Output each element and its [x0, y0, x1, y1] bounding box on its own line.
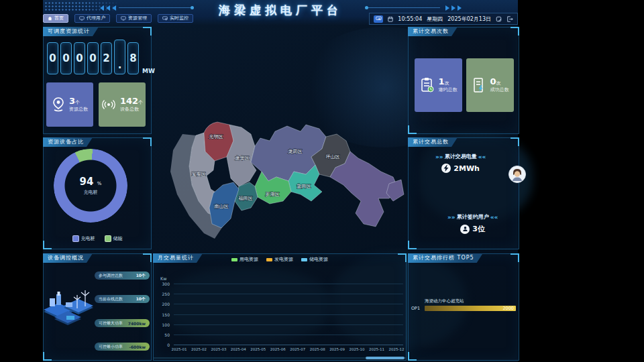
chart-scrollbar-thumb[interactable] — [366, 357, 405, 359]
legend-storage[interactable]: 储能 — [105, 235, 123, 242]
tab-realtime-monitor[interactable]: 实时监控 — [158, 14, 193, 23]
x-axis-line — [174, 345, 403, 345]
district-label: 坪山区 — [325, 154, 340, 160]
stat-pill-min-power: 可控最小功率 -600kw — [95, 343, 150, 351]
person-icon — [460, 225, 470, 234]
panel-trade-count: 累计交易次数 1次 邀约总数 0次 成功总数 — [408, 27, 519, 134]
left-chevron-decoration — [100, 5, 116, 11]
header-line-right — [366, 7, 440, 8]
home-icon — [48, 16, 52, 21]
page-title: 海梁虚拟电厂平台 — [219, 3, 342, 18]
screen-switch-icon[interactable] — [374, 15, 383, 23]
right-chevron-decoration — [445, 5, 462, 11]
device-total-card: 142个 设备总数 — [99, 82, 146, 127]
panel-device-ratio: 资源设备占比 94 % 充电桩 充电桩 储能 — [43, 137, 152, 249]
monitor-icon — [79, 16, 85, 21]
district-label: 盐田区 — [297, 184, 311, 189]
ranking-bar[interactable]: 2000 — [425, 306, 516, 311]
trade-energy-group: 累计交易电量 2MWh — [435, 153, 486, 173]
district-label: 光明区 — [209, 134, 223, 139]
signal-radar-icon — [101, 97, 116, 112]
station-name: 海梁动力中心超充站 — [425, 298, 516, 304]
district-label: 南山区 — [215, 204, 229, 209]
service-avatar[interactable] — [508, 166, 526, 183]
legend-storage[interactable]: 储电资源 — [301, 256, 328, 263]
panel-title: 可调度资源统计 — [43, 27, 99, 36]
monitor-icon — [121, 16, 126, 21]
donut-legend: 充电桩 储能 — [44, 235, 151, 242]
calendar-icon — [388, 16, 393, 22]
district-label: 龙华区 — [235, 156, 250, 161]
date-text: 2025年02月13日 — [447, 15, 491, 23]
tab-resource-mgmt[interactable]: 资源管理 — [116, 14, 152, 23]
panel-trade-total: 累计交易总数 累计交易电量 2MWh 累计签约用户 3位 — [408, 137, 519, 249]
panel-title: 累计交易总数 — [408, 137, 458, 147]
nav-tabs: 首页 代理用户 资源管理 实时监控 — [43, 14, 193, 23]
panel-ranking: 累计交易排行榜 TOP5 海梁动力中心超充站 OP1 2000 — [408, 253, 519, 361]
clock-strip: 10:55:04 星期四 2025年02月13日 — [369, 13, 518, 25]
stat-pill-online-total: 当前在线总数 10个 — [95, 295, 150, 303]
panel-title: 设备调控概况 — [43, 253, 93, 263]
y-axis-label: Kw — [160, 276, 167, 282]
panel-month-chart: 月交易量统计 用电资源 发电资源 储电资源 Kw 300 250 200 150… — [153, 253, 407, 361]
success-total-card: 0次 成功总数 — [466, 58, 514, 112]
tab-agent-users[interactable]: 代理用户 — [74, 14, 110, 23]
shenzhen-district-map: 光明区 宝安区 龙华区 龙岗区 坪山区 盐田区 罗湖区 福田区 南山区 — [150, 25, 408, 253]
panel-title: 月交易量统计 — [153, 253, 203, 263]
capacity-counter: 0 0 0 0 2 . 8 MW — [47, 40, 155, 74]
monitor-gear-icon — [162, 16, 168, 21]
panel-control-overview: 设备调控概况 参与调控总数 10个 当前在线总数 — [43, 253, 152, 361]
panel-resource-stats: 可调度资源统计 0 0 0 0 2 . 8 MW 3个 资源总数 — [43, 27, 152, 134]
district-label: 罗湖区 — [266, 192, 280, 197]
district-label: 龙岗区 — [288, 149, 303, 154]
district-label: 宝安区 — [192, 172, 206, 177]
device-ratio-donut-chart[interactable] — [54, 149, 127, 223]
stat-pill-max-power: 可控最大功率 7400kw — [95, 319, 150, 327]
isometric-plant-illustration — [44, 286, 95, 328]
time-text: 10:55:04 — [398, 16, 422, 22]
district-label: 福田区 — [239, 196, 253, 201]
tab-home[interactable]: 首页 — [43, 14, 68, 23]
legend-charging-pile[interactable]: 充电桩 — [72, 235, 95, 242]
document-bolt-icon — [472, 77, 486, 93]
theme-icon[interactable] — [496, 16, 502, 22]
weekday-text: 星期四 — [427, 15, 443, 23]
signed-users-group: 累计签约用户 3位 — [447, 213, 498, 234]
ranking-row: 海梁动力中心超充站 OP1 2000 — [411, 298, 516, 311]
x-axis-ticks: 2025-012025-02 2025-032025-04 2025-05202… — [170, 347, 406, 351]
logout-icon[interactable] — [506, 16, 513, 22]
panel-title: 资源设备占比 — [43, 137, 93, 147]
clipboard-clock-icon — [420, 77, 435, 93]
rank-label: OP1 — [411, 306, 423, 311]
dashboard-root: 海梁虚拟电厂平台 首页 代理用户 资源管理 实时监控 — [43, 0, 518, 362]
header-line-left — [119, 7, 193, 8]
resource-total-card: 3个 资源总数 — [46, 82, 93, 127]
location-pin-icon — [52, 97, 65, 113]
legend-generation[interactable]: 发电资源 — [266, 256, 293, 263]
ranking-value: 2000 — [502, 306, 514, 311]
bolt-icon — [441, 164, 451, 173]
capacity-unit: MW — [142, 68, 155, 74]
stat-pill-regulated-total: 参与调控总数 10个 — [95, 272, 150, 280]
header: 海梁虚拟电厂平台 首页 代理用户 资源管理 实时监控 — [43, 0, 518, 25]
invite-total-card: 1次 邀约总数 — [415, 58, 462, 112]
panel-title: 累计交易排行榜 TOP5 — [408, 253, 483, 263]
legend-consumption[interactable]: 用电资源 — [231, 256, 258, 263]
panel-title: 累计交易次数 — [408, 27, 458, 36]
